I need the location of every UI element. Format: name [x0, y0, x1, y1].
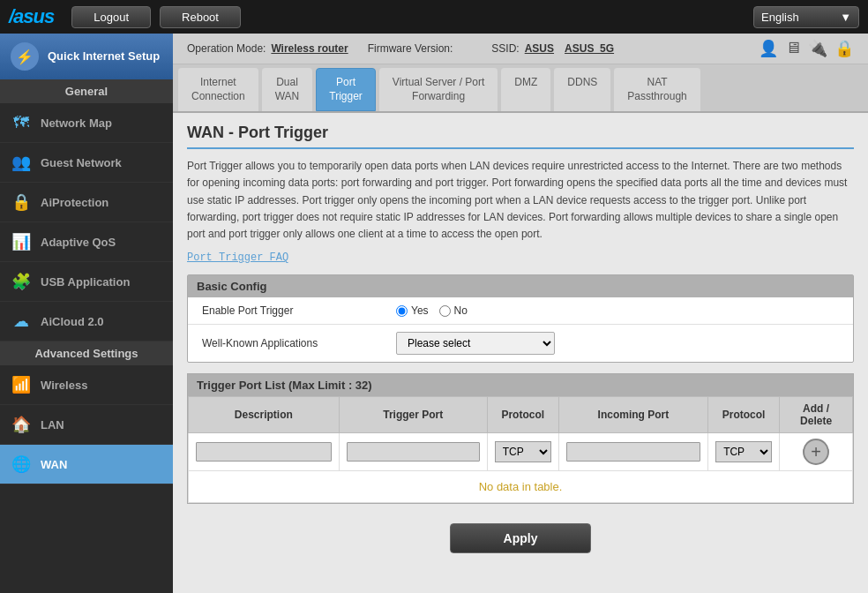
apply-section: Apply [187, 514, 854, 562]
quick-setup-label: Quick Internet Setup [48, 49, 160, 64]
sidebar-item-wireless[interactable]: 📶 Wireless [0, 365, 173, 405]
advanced-section-header: Advanced Settings [0, 342, 173, 365]
monitor-icon[interactable]: 🖥 [785, 39, 801, 58]
language-selector[interactable]: English ▼ [753, 6, 859, 28]
col-incoming-port: Incoming Port [558, 397, 707, 433]
info-icons: 👤 🖥 🔌 🔒 [759, 39, 854, 58]
aicloud-label: AiCloud 2.0 [41, 315, 104, 328]
page-title: WAN - Port Trigger [187, 124, 854, 149]
usb-icon[interactable]: 🔌 [808, 39, 827, 58]
tab-port-trigger[interactable]: PortTrigger [316, 68, 376, 111]
tab-dual-wan[interactable]: DualWAN [262, 68, 313, 111]
sidebar-item-lan[interactable]: 🏠 LAN [0, 405, 173, 445]
adaptive-qos-icon: 📊 [11, 231, 32, 252]
wan-label: WAN [41, 458, 67, 471]
sidebar-item-aiprotection[interactable]: 🔒 AiProtection [0, 183, 173, 222]
trigger-port-input[interactable] [347, 442, 480, 462]
protocol-2-cell: TCP UDP BOTH [708, 433, 780, 471]
enable-no-option[interactable]: No [439, 304, 468, 317]
description-input[interactable] [196, 442, 332, 462]
incoming-port-input[interactable] [566, 442, 700, 462]
tab-ddns[interactable]: DDNS [554, 68, 610, 111]
tab-dmz[interactable]: DMZ [501, 68, 550, 111]
trigger-table-header-row: Description Trigger Port Protocol Incomi… [189, 397, 853, 433]
well-known-apps-select[interactable]: Please select [396, 332, 555, 355]
basic-config-section: Basic Config Enable Port Trigger Yes No [187, 274, 854, 363]
enable-port-trigger-row: Enable Port Trigger Yes No [188, 297, 853, 325]
wireless-icon: 📶 [11, 374, 32, 395]
lan-label: LAN [41, 418, 64, 432]
guest-network-icon: 👥 [11, 152, 32, 173]
ssid-label: SSID: [491, 42, 519, 55]
logout-button[interactable]: Logout [71, 6, 151, 28]
trigger-table: Description Trigger Port Protocol Incomi… [188, 396, 853, 503]
tab-nat-passthrough[interactable]: NATPassthrough [614, 68, 700, 111]
usb-application-label: USB Application [41, 275, 130, 289]
quick-setup-icon: ⚡ [11, 42, 39, 71]
no-label: No [454, 304, 468, 317]
col-description: Description [189, 397, 340, 433]
col-protocol-1: Protocol [487, 397, 558, 433]
main-layout: ⚡ Quick Internet Setup General 🗺 Network… [0, 34, 868, 593]
enable-port-trigger-label: Enable Port Trigger [202, 304, 396, 317]
enable-no-radio[interactable] [439, 305, 451, 317]
sidebar: ⚡ Quick Internet Setup General 🗺 Network… [0, 34, 173, 593]
apply-button[interactable]: Apply [450, 523, 592, 553]
operation-mode-value[interactable]: Wireless router [271, 42, 348, 55]
ssid-5g-value[interactable]: ASUS_5G [565, 42, 614, 55]
protocol-1-select[interactable]: TCP UDP BOTH [495, 441, 551, 462]
enable-yes-radio[interactable] [396, 305, 408, 317]
well-known-apps-value: Please select [396, 332, 555, 355]
enable-yes-option[interactable]: Yes [396, 304, 429, 317]
operation-mode-label: Operation Mode: [187, 42, 266, 55]
firmware-label: Firmware Version: [368, 42, 453, 55]
wireless-label: Wireless [41, 379, 87, 392]
sidebar-item-wan[interactable]: 🌐 WAN [0, 445, 173, 484]
quick-internet-setup[interactable]: ⚡ Quick Internet Setup [0, 34, 173, 79]
incoming-port-cell [558, 433, 707, 471]
well-known-apps-row: Well-Known Applications Please select [188, 325, 853, 362]
usb-application-icon: 🧩 [11, 271, 32, 292]
tab-internet-connection[interactable]: InternetConnection [178, 68, 258, 111]
sidebar-item-network-map[interactable]: 🗺 Network Map [0, 103, 173, 143]
description-cell [189, 433, 340, 471]
lan-icon: 🏠 [11, 414, 32, 435]
col-protocol-2: Protocol [708, 397, 780, 433]
add-delete-cell: + [780, 433, 853, 471]
enable-port-trigger-value: Yes No [396, 304, 468, 317]
trigger-port-list-section: Trigger Port List (Max Limit : 32) Descr… [187, 373, 854, 504]
tab-virtual-server[interactable]: Virtual Server / PortForwarding [379, 68, 498, 111]
faq-link[interactable]: Port Trigger FAQ [187, 251, 288, 264]
aiprotection-label: AiProtection [41, 196, 108, 209]
add-button[interactable]: + [803, 439, 829, 465]
protocol-1-cell: TCP UDP BOTH [487, 433, 558, 471]
sidebar-item-aicloud[interactable]: ☁ AiCloud 2.0 [0, 302, 173, 342]
basic-config-header: Basic Config [188, 275, 853, 297]
ssid-value[interactable]: ASUS [525, 42, 554, 55]
page-content: WAN - Port Trigger Port Trigger allows y… [173, 113, 868, 593]
info-bar: Operation Mode: Wireless router Firmware… [173, 34, 868, 64]
network-map-icon: 🗺 [11, 112, 32, 133]
trigger-list-header: Trigger Port List (Max Limit : 32) [188, 374, 853, 396]
trigger-input-row: TCP UDP BOTH TCP [189, 433, 853, 471]
reboot-button[interactable]: Reboot [160, 6, 241, 28]
top-bar: /asus Logout Reboot English ▼ [0, 0, 868, 34]
sidebar-item-adaptive-qos[interactable]: 📊 Adaptive QoS [0, 222, 173, 262]
trigger-port-cell [339, 433, 487, 471]
no-data-cell: No data in table. [189, 471, 853, 503]
col-add-delete: Add / Delete [780, 397, 853, 433]
col-trigger-port: Trigger Port [339, 397, 487, 433]
aiprotection-icon: 🔒 [11, 191, 32, 213]
protocol-2-select[interactable]: TCP UDP BOTH [715, 441, 772, 462]
sidebar-item-guest-network[interactable]: 👥 Guest Network [0, 143, 173, 183]
guest-network-label: Guest Network [41, 156, 122, 169]
chevron-down-icon: ▼ [840, 11, 851, 24]
lock-icon[interactable]: 🔒 [834, 39, 854, 58]
sidebar-item-usb-application[interactable]: 🧩 USB Application [0, 262, 173, 302]
page-description: Port Trigger allows you to temporarily o… [187, 158, 854, 243]
no-data-row: No data in table. [189, 471, 853, 503]
asus-logo: /asus [9, 5, 54, 28]
aicloud-icon: ☁ [11, 311, 32, 332]
person-icon[interactable]: 👤 [759, 39, 778, 58]
wan-icon: 🌐 [11, 454, 32, 475]
